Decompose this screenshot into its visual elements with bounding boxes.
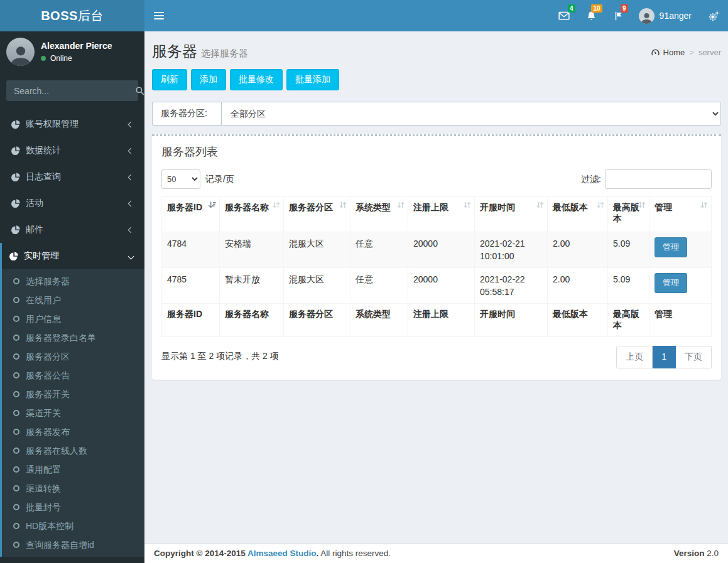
table-header-row: 服务器ID 服务器名称 服务器分区 系统类型 注册上限 开服时间 最低版本 最高… — [162, 197, 712, 232]
sidebar-item-mail[interactable]: 邮件 — [0, 217, 144, 243]
submenu-item-channel-convert[interactable]: 渠道转换 — [2, 479, 144, 498]
messages-menu[interactable]: 4 — [550, 0, 578, 31]
submenu-item-batch-ban[interactable]: 批量封号 — [2, 498, 144, 517]
col-system-type[interactable]: 系统类型 — [350, 197, 408, 232]
cell-system-type: 任意 — [350, 232, 408, 268]
tasks-menu[interactable]: 9 — [605, 0, 631, 31]
footer-col-manage: 管理 — [649, 304, 712, 337]
circle-icon — [13, 523, 19, 529]
studio-link[interactable]: Almsaeed Studio — [247, 549, 317, 558]
search-button[interactable] — [135, 80, 144, 101]
col-server-id[interactable]: 服务器ID — [162, 197, 220, 232]
sidebar-item-activities[interactable]: 活动 — [0, 190, 144, 217]
sort-icon[interactable] — [273, 201, 280, 209]
batch-add-button[interactable]: 批量添加 — [286, 69, 339, 90]
sidebar-item-log-query[interactable]: 日志查询 — [0, 164, 144, 190]
col-server-name[interactable]: 服务器名称 — [220, 197, 284, 232]
submenu-label: 服务器公告 — [26, 369, 70, 382]
col-server-zone[interactable]: 服务器分区 — [284, 197, 350, 232]
notifications-menu[interactable]: 10 — [578, 0, 605, 31]
pie-chart-icon — [11, 199, 20, 208]
breadcrumb-separator: > — [689, 48, 694, 57]
sort-icon[interactable] — [464, 201, 471, 209]
page-size-select[interactable]: 50 — [161, 169, 200, 189]
col-open-time[interactable]: 开服时间 — [475, 197, 548, 232]
table-footer-row: 服务器ID 服务器名称 服务器分区 系统类型 注册上限 开服时间 最低版本 最高… — [162, 304, 712, 337]
cell-max-version: 5.09 — [608, 268, 649, 304]
circle-icon — [13, 316, 19, 322]
cell-server-id: 4784 — [162, 232, 220, 268]
circle-icon — [13, 429, 19, 435]
pagination-next-button[interactable]: 下页 — [676, 346, 712, 368]
submenu-item-user-info[interactable]: 用户信息 — [2, 309, 144, 328]
chevron-down-icon — [128, 253, 134, 259]
sort-icon[interactable] — [700, 201, 708, 209]
manage-button[interactable]: 管理 — [655, 273, 687, 293]
sort-amount-asc-icon[interactable] — [208, 201, 216, 209]
add-button[interactable]: 添加 — [191, 69, 226, 90]
submenu-label: 查询服务器自增id — [26, 539, 94, 551]
col-reg-limit[interactable]: 注册上限 — [408, 197, 475, 232]
user-status-label: Online — [50, 54, 72, 63]
search-input[interactable] — [6, 80, 135, 101]
submenu-label: 选择服务器 — [26, 275, 70, 287]
sidebar-item-data-stats[interactable]: 数据统计 — [0, 137, 144, 164]
submenu-item-channel-switch[interactable]: 渠道开关 — [2, 404, 144, 422]
submenu-item-server-announcements[interactable]: 服务器公告 — [2, 366, 144, 385]
submenu-item-server-release[interactable]: 服务器发布 — [2, 422, 144, 441]
circle-icon — [13, 504, 19, 510]
col-manage[interactable]: 管理 — [649, 197, 712, 232]
zone-filter-group: 服务器分区: 全部分区 — [152, 102, 721, 126]
sidebar-item-account-permissions[interactable]: 账号权限管理 — [0, 111, 144, 137]
breadcrumb-home-link[interactable]: Home — [651, 48, 685, 57]
submenu-item-general-config[interactable]: 通用配置 — [2, 460, 144, 479]
col-min-version[interactable]: 最低版本 — [548, 197, 608, 232]
submenu-item-online-users[interactable]: 在线用户 — [2, 291, 144, 309]
pie-chart-icon — [11, 146, 20, 155]
submenu-item-login-whitelist[interactable]: 服务器登录白名单 — [2, 328, 144, 347]
submenu-item-query-server-autoid[interactable]: 查询服务器自增id — [2, 535, 144, 554]
cell-server-name: 暂未开放 — [220, 268, 284, 304]
zone-filter-select[interactable]: 全部分区 — [221, 102, 721, 126]
table-filter-input[interactable] — [605, 169, 712, 189]
submenu-label: 服务器登录白名单 — [26, 331, 96, 344]
user-status[interactable]: Online — [41, 54, 112, 63]
breadcrumb: Home > server — [651, 48, 721, 57]
sort-icon[interactable] — [397, 201, 405, 209]
chevron-left-icon — [128, 174, 134, 180]
circle-icon — [13, 372, 19, 378]
submenu-item-server-zones[interactable]: 服务器分区 — [2, 347, 144, 366]
sidebar-search-form — [6, 80, 138, 101]
sort-icon[interactable] — [339, 201, 347, 209]
panel-title: 服务器列表 — [152, 136, 721, 166]
chevron-left-icon — [128, 121, 134, 127]
batch-edit-button[interactable]: 批量修改 — [230, 69, 283, 90]
user-menu[interactable]: 91anger — [631, 0, 700, 31]
settings-menu[interactable] — [700, 0, 728, 31]
submenu-label: 服务器在线人数 — [26, 444, 87, 457]
table-row[interactable]: 4785 暂未开放 混服大区 任意 20000 2021-02-22 05:58… — [162, 268, 712, 304]
table-row[interactable]: 4784 安格瑞 混服大区 任意 20000 2021-02-21 10:01:… — [162, 232, 712, 268]
sidebar-item-realtime-management[interactable]: 实时管理 — [0, 243, 144, 269]
submenu-item-select-server[interactable]: 选择服务器 — [2, 272, 144, 291]
col-max-version[interactable]: 最高版本 — [608, 197, 649, 232]
chevron-left-icon — [128, 227, 134, 233]
submenu-item-server-switch[interactable]: 服务器开关 — [2, 385, 144, 404]
submenu-item-server-online-count[interactable]: 服务器在线人数 — [2, 441, 144, 460]
manage-button[interactable]: 管理 — [655, 237, 687, 257]
sort-icon[interactable] — [597, 201, 604, 209]
page-size-suffix-label: 记录/页 — [205, 174, 234, 185]
sort-icon[interactable] — [638, 201, 646, 209]
cell-open-time: 2021-02-22 05:58:17 — [475, 268, 548, 304]
copyright-text: Copyright © 2014-2015 Almsaeed Studio. A… — [154, 549, 391, 558]
submenu-item-hd-version-control[interactable]: HD版本控制 — [2, 517, 144, 535]
sidebar-toggle-button[interactable] — [144, 0, 173, 31]
sort-icon[interactable] — [536, 201, 544, 209]
circle-icon — [13, 278, 19, 284]
refresh-button[interactable]: 刷新 — [152, 69, 187, 90]
tasks-badge: 9 — [621, 4, 628, 13]
pagination-prev-button[interactable]: 上页 — [616, 346, 653, 368]
cell-min-version: 2.00 — [548, 232, 608, 268]
app-logo[interactable]: BOSS后台 — [0, 0, 144, 31]
pagination-page-1-button[interactable]: 1 — [653, 346, 676, 368]
